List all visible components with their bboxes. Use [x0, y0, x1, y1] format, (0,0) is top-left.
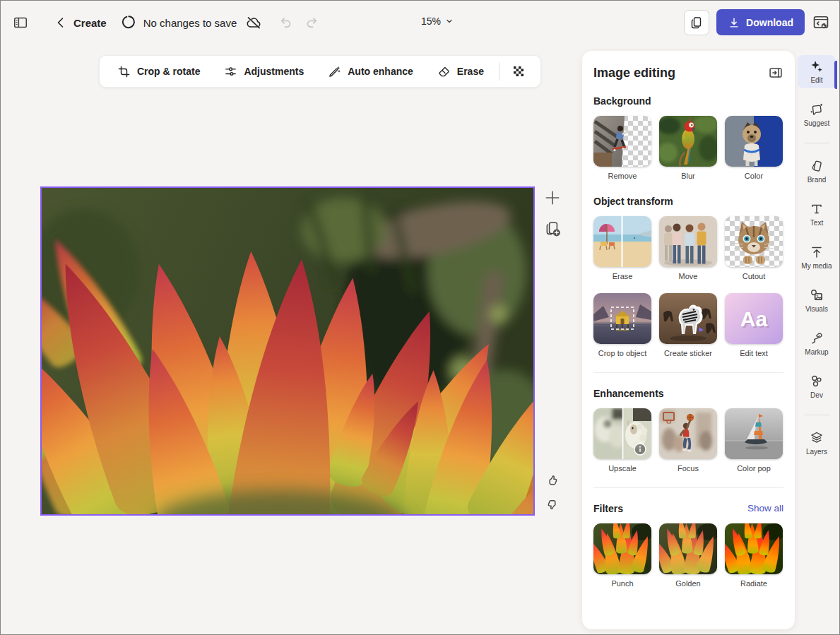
show-all-link[interactable]: Show all: [747, 503, 783, 514]
brand-icon: [809, 158, 824, 174]
my-media-icon: [809, 244, 824, 260]
card-label: Edit text: [740, 349, 768, 358]
edit-toolbar: Crop & rotateAdjustmentsAuto enhanceEras…: [99, 55, 541, 88]
thumbnail-punch: [593, 523, 651, 574]
copy-button[interactable]: [684, 10, 709, 35]
sidebar-item-edit[interactable]: Edit: [798, 55, 836, 88]
sidebar-item-layers[interactable]: Layers: [798, 427, 836, 460]
sidebar-item-label: Layers: [806, 448, 827, 456]
back-chevron-icon[interactable]: [54, 16, 68, 30]
section-enhancements: EnhancementsUpscaleFocusColor pop: [593, 388, 783, 473]
card-blur[interactable]: Blur: [659, 116, 717, 181]
sidebar-item-label: Text: [810, 219, 823, 227]
save-status-text: No changes to save: [143, 17, 237, 29]
visuals-icon: [809, 287, 824, 303]
active-tab-indicator: [834, 61, 837, 89]
toolbar-button-label: Crop & rotate: [137, 66, 200, 77]
card-label: Create sticker: [664, 349, 712, 358]
chevron-down-icon: [445, 17, 454, 25]
card-erase[interactable]: Erase: [593, 216, 651, 281]
card-cutout[interactable]: Cutout: [725, 216, 783, 281]
card-upscale[interactable]: Upscale: [593, 408, 651, 473]
canvas-image: [42, 188, 533, 514]
sidebar-item-brand[interactable]: Brand: [798, 155, 836, 188]
layers-icon: [809, 430, 824, 446]
erase-icon: [437, 65, 451, 78]
zoom-control[interactable]: 15%: [421, 16, 454, 27]
thumbs-down-icon[interactable]: [544, 497, 561, 514]
panel-title: Image editing: [593, 66, 675, 81]
sidebar-item-my-media[interactable]: My media: [798, 241, 836, 274]
toolbar-divider: [499, 62, 499, 81]
card-label: Focus: [678, 464, 699, 473]
redo-icon[interactable]: [304, 15, 320, 30]
toolbar-button-auto-enhance[interactable]: Auto enhance: [316, 56, 425, 87]
section-divider: [593, 487, 783, 488]
card-label: Move: [679, 272, 698, 281]
transparency-button[interactable]: [502, 56, 535, 87]
sidebar-item-suggest[interactable]: Suggest: [798, 98, 836, 131]
crop-icon: [117, 65, 131, 78]
thumbs-up-icon[interactable]: [544, 473, 561, 489]
section-title: Background: [593, 95, 651, 107]
card-create-sticker[interactable]: Create sticker: [659, 293, 717, 358]
suggest-icon: [809, 102, 824, 117]
card-remove[interactable]: Remove: [593, 116, 651, 181]
card-edit-text[interactable]: AaAaEdit text: [725, 293, 783, 358]
card-label: Color pop: [737, 464, 771, 473]
duplicate-page-icon[interactable]: [544, 220, 562, 238]
thumbnail-cutout: [725, 216, 783, 267]
section-background: BackgroundRemoveBlurColor: [593, 95, 783, 181]
sidebar-item-label: Edit: [810, 76, 822, 84]
add-page-icon[interactable]: [543, 189, 562, 207]
sidebar-item-dev[interactable]: Dev: [798, 370, 836, 403]
thumbnail-erase: [593, 216, 651, 267]
card-label: Erase: [613, 272, 633, 281]
sidebar-item-visuals[interactable]: Visuals: [798, 284, 836, 317]
thumbnail-focus: [659, 408, 717, 459]
thumbnail-blur: [659, 116, 717, 167]
section-title: Object transform: [593, 196, 673, 207]
card-crop-to-object[interactable]: Crop to object: [593, 293, 651, 358]
card-color-pop[interactable]: Color pop: [725, 408, 783, 473]
sidebar-item-text[interactable]: Text: [798, 198, 836, 231]
download-label: Download: [746, 17, 793, 28]
card-label: Golden: [675, 579, 700, 588]
svg-text:Aa: Aa: [740, 307, 768, 331]
sidebar-divider: [804, 143, 829, 143]
dev-tools-icon[interactable]: [812, 13, 830, 32]
collapse-panel-icon[interactable]: [768, 65, 783, 81]
card-move[interactable]: Move: [659, 216, 717, 281]
create-nav-link[interactable]: Create: [73, 17, 107, 29]
card-label: Color: [745, 172, 763, 181]
section-title: Enhancements: [593, 388, 664, 399]
sidebar-item-label: Markup: [805, 348, 828, 356]
auto-enhance-icon: [328, 65, 341, 78]
thumbnail-golden: [659, 523, 717, 574]
card-radiate[interactable]: Radiate: [725, 523, 783, 588]
card-color[interactable]: Color: [725, 116, 783, 181]
toolbar-button-adjustments[interactable]: Adjustments: [212, 56, 316, 87]
thumbnail-radiate: [725, 523, 783, 574]
sidebar-item-markup[interactable]: Markup: [798, 327, 836, 360]
adjustments-icon: [224, 65, 237, 78]
panel-toggle-icon[interactable]: [13, 15, 28, 30]
dev-icon: [809, 374, 824, 389]
toolbar-button-crop-rotate[interactable]: Crop & rotate: [105, 56, 212, 87]
section-object-transform: Object transformEraseMoveCutoutCrop to o…: [593, 196, 783, 358]
card-punch[interactable]: Punch: [593, 523, 651, 588]
zoom-level-value: 15%: [421, 16, 441, 27]
thumbnail-color-pop: [725, 408, 783, 459]
toolbar-button-erase[interactable]: Erase: [425, 56, 496, 87]
section-filters: FiltersShow allPunchGoldenRadiate: [593, 503, 783, 588]
download-button[interactable]: Download: [716, 9, 805, 35]
card-focus[interactable]: Focus: [659, 408, 717, 473]
card-label: Radiate: [740, 579, 767, 588]
undo-icon[interactable]: [278, 15, 293, 30]
canvas[interactable]: [40, 186, 535, 516]
card-golden[interactable]: Golden: [659, 523, 717, 588]
toolbar-button-label: Adjustments: [244, 66, 304, 77]
top-bar: Create No changes to save 15%: [0, 0, 840, 45]
sidebar-item-label: Dev: [810, 391, 823, 399]
section-divider: [593, 372, 783, 373]
